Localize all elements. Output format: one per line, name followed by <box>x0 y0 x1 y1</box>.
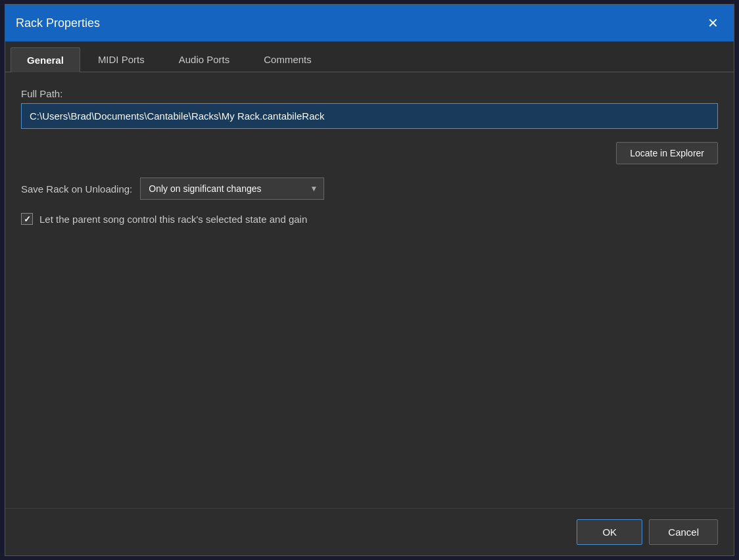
dialog-footer: OK Cancel <box>5 508 734 555</box>
tab-comments[interactable]: Comments <box>247 47 328 72</box>
tab-content-general: Full Path: Locate in Explorer Save Rack … <box>5 72 734 508</box>
parent-control-checkbox-row: Let the parent song control this rack's … <box>21 213 718 225</box>
tab-midi-ports[interactable]: MIDI Ports <box>82 47 161 72</box>
ok-button[interactable]: OK <box>577 519 642 545</box>
save-rack-dropdown[interactable]: Only on significant changes Always Never <box>140 177 324 200</box>
close-button[interactable]: ✕ <box>702 12 723 34</box>
content-spacer <box>21 238 718 492</box>
save-rack-row: Save Rack on Unloading: Only on signific… <box>21 177 718 200</box>
tab-audio-ports[interactable]: Audio Ports <box>162 47 247 72</box>
save-rack-dropdown-wrapper: Only on significant changes Always Never… <box>140 177 324 200</box>
full-path-input[interactable] <box>21 103 718 129</box>
parent-control-checkbox[interactable] <box>21 213 33 225</box>
dialog-title: Rack Properties <box>16 16 100 30</box>
save-rack-label: Save Rack on Unloading: <box>21 183 132 195</box>
full-path-label: Full Path: <box>21 88 718 99</box>
locate-in-explorer-button[interactable]: Locate in Explorer <box>616 142 718 164</box>
locate-btn-row: Locate in Explorer <box>21 142 718 164</box>
parent-control-label: Let the parent song control this rack's … <box>39 214 307 225</box>
title-bar: Rack Properties ✕ <box>5 5 734 41</box>
tab-bar: General MIDI Ports Audio Ports Comments <box>5 41 734 72</box>
full-path-section: Full Path: <box>21 88 718 129</box>
dialog-rack-properties: Rack Properties ✕ General MIDI Ports Aud… <box>5 4 734 556</box>
tab-general[interactable]: General <box>11 47 80 72</box>
cancel-button[interactable]: Cancel <box>649 519 718 545</box>
